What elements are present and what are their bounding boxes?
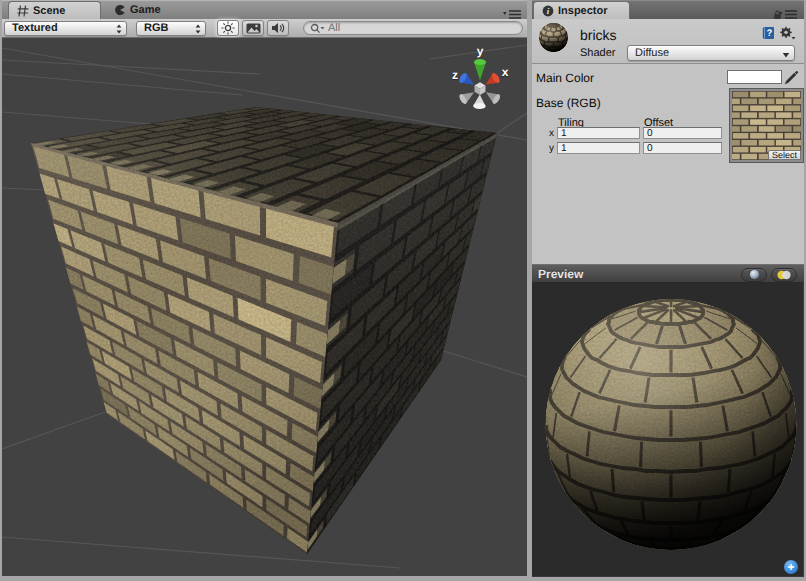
preview-panel: Preview + <box>532 264 804 577</box>
tiling-row-y: y <box>532 142 804 154</box>
scene-tab-well: Scene Game <box>2 0 527 19</box>
offset-x-input[interactable] <box>643 127 722 139</box>
game-pacman-icon <box>114 4 126 16</box>
plus-icon: + <box>787 562 794 573</box>
main-color-swatch[interactable] <box>727 70 782 84</box>
tab-scene[interactable]: Scene <box>8 1 101 19</box>
offset-y-input[interactable] <box>643 142 722 154</box>
tab-inspector-label: Inspector <box>558 5 608 17</box>
x-axis-label: x <box>549 128 554 139</box>
scene-viewport[interactable]: y x z <box>2 38 527 576</box>
scene-audio-toggle[interactable] <box>267 20 289 36</box>
scene-grid-icon <box>17 5 29 17</box>
tiling-y-input[interactable] <box>557 142 640 154</box>
preview-title: Preview <box>538 267 583 281</box>
tab-inspector[interactable]: i Inspector <box>533 1 630 19</box>
gear-icon[interactable] <box>779 26 796 40</box>
inspector-panel-menu-icon[interactable] <box>778 6 800 16</box>
inspector-pane: i Inspector bricks Shader Diffuse ? Main… <box>532 0 804 577</box>
base-rgb-label: Base (RGB) <box>536 96 601 110</box>
search-value: All <box>328 22 340 35</box>
gizmo-y-label[interactable]: y <box>472 44 488 58</box>
updown-arrows-icon <box>195 24 201 37</box>
preview-light-button[interactable] <box>771 268 797 282</box>
y-axis-label: y <box>549 143 554 154</box>
preview-mesh-button[interactable] <box>741 268 767 282</box>
unity-editor-window: Scene Game Textured RGB All <box>0 0 806 581</box>
chevron-down-icon <box>782 50 790 62</box>
updown-arrows-icon <box>116 24 122 37</box>
scene-panel-menu-icon[interactable] <box>502 6 524 16</box>
render-mode-value: RGB <box>144 22 168 34</box>
tiling-row-x: x <box>532 127 804 139</box>
gizmo-x-label[interactable]: x <box>497 65 513 79</box>
material-preview-ball <box>538 22 569 53</box>
preview-viewport[interactable]: + <box>532 283 804 577</box>
material-properties: Main Color Base (RGB) Select Tiling Offs… <box>532 65 804 264</box>
gizmo-z-label[interactable]: z <box>447 68 463 82</box>
material-header: bricks Shader Diffuse ? <box>532 19 804 64</box>
preview-sphere-image <box>532 283 804 577</box>
render-mode-dropdown[interactable]: RGB <box>136 21 206 36</box>
scene-viewport-canvas[interactable] <box>2 38 527 576</box>
tab-game-label: Game <box>130 4 161 16</box>
preview-header[interactable]: Preview <box>532 264 804 283</box>
add-preview-button[interactable]: + <box>784 560 798 574</box>
eyedropper-icon[interactable] <box>784 70 800 86</box>
main-color-label: Main Color <box>536 71 594 85</box>
scene-toolbar: Textured RGB All <box>2 19 527 38</box>
tab-game[interactable]: Game <box>114 1 161 19</box>
scene-pane: Scene Game Textured RGB All <box>2 0 527 576</box>
material-name: bricks <box>580 27 617 43</box>
info-icon: i <box>542 5 554 17</box>
draw-mode-dropdown[interactable]: Textured <box>4 21 127 36</box>
scene-skybox-toggle[interactable] <box>242 20 264 36</box>
shader-label: Shader <box>580 47 615 59</box>
svg-text:?: ? <box>766 28 772 39</box>
shader-dropdown[interactable]: Diffuse <box>627 45 795 61</box>
scene-search-field[interactable]: All <box>303 21 523 35</box>
tiling-x-input[interactable] <box>557 127 640 139</box>
inspector-tab-well: i Inspector <box>532 0 804 19</box>
scene-lighting-toggle[interactable] <box>217 20 239 36</box>
shader-value: Diffuse <box>635 47 669 59</box>
tab-scene-label: Scene <box>33 5 65 17</box>
draw-mode-value: Textured <box>12 22 58 34</box>
search-icon <box>310 23 325 34</box>
help-icon[interactable]: ? <box>762 26 775 40</box>
material-ball-image <box>538 22 569 53</box>
